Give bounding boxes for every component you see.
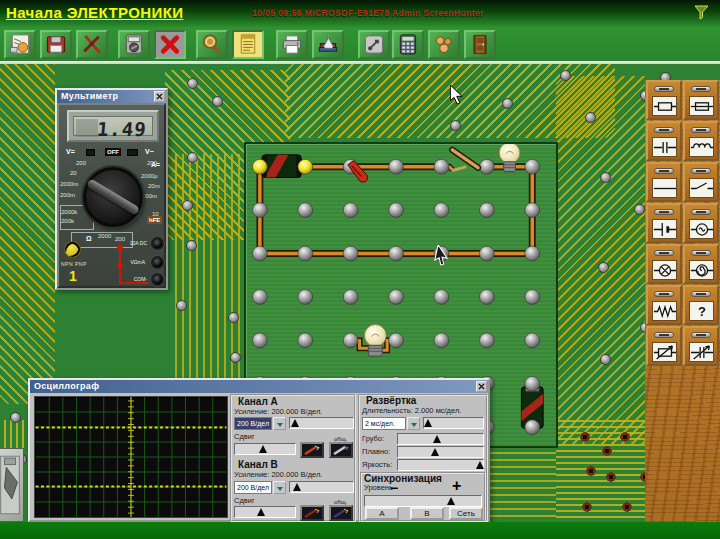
notepad-icon bbox=[236, 33, 260, 56]
contact-dot[interactable] bbox=[298, 246, 313, 261]
contact-dot[interactable] bbox=[252, 203, 267, 218]
coarse-slider[interactable] bbox=[397, 433, 484, 445]
channel-a-range-select[interactable]: 200 В/дел bbox=[234, 417, 272, 430]
contact-dot[interactable] bbox=[252, 246, 267, 261]
contact-dot[interactable] bbox=[479, 333, 494, 348]
jack-com[interactable] bbox=[151, 273, 164, 286]
fine-slider[interactable] bbox=[397, 446, 484, 458]
drawer-resistor[interactable] bbox=[646, 80, 682, 120]
key-button[interactable] bbox=[358, 30, 390, 59]
multimeter-close-button[interactable] bbox=[154, 91, 165, 102]
contact-dot[interactable] bbox=[252, 333, 267, 348]
brightness-slider[interactable] bbox=[397, 459, 484, 471]
sweep-range-slider[interactable] bbox=[423, 417, 484, 429]
exit-button[interactable] bbox=[464, 30, 496, 59]
contact-dot[interactable] bbox=[298, 203, 313, 218]
channel-a-range-dropdown-arrow[interactable] bbox=[273, 417, 286, 430]
jack-vohm[interactable] bbox=[151, 256, 164, 269]
oscilloscope-close-button[interactable] bbox=[476, 381, 487, 392]
contact-dot[interactable] bbox=[343, 203, 358, 218]
delete-button[interactable] bbox=[154, 30, 186, 59]
channel-b-gain-slider[interactable] bbox=[289, 481, 354, 493]
channel-a-gain-slider[interactable] bbox=[289, 417, 354, 429]
contact-dot[interactable] bbox=[525, 376, 540, 391]
drawer-wire[interactable] bbox=[646, 162, 682, 202]
drawer-inductor[interactable] bbox=[683, 121, 719, 161]
sweep-range-dropdown-arrow[interactable] bbox=[407, 417, 420, 430]
notes-button[interactable] bbox=[232, 30, 264, 59]
channel-a-shift-slider[interactable] bbox=[234, 443, 296, 455]
battery-horizontal[interactable] bbox=[262, 155, 301, 178]
zoom-button[interactable] bbox=[196, 30, 228, 59]
app-title: Начала ЭЛЕКТРОНИКИ bbox=[6, 4, 183, 21]
drawer-buzzer[interactable] bbox=[683, 244, 719, 284]
save-button[interactable] bbox=[40, 30, 72, 59]
contact-dot[interactable] bbox=[343, 246, 358, 261]
channel-a-probe-button[interactable] bbox=[300, 442, 324, 458]
contact-dot[interactable] bbox=[389, 203, 404, 218]
sync-level-slider[interactable] bbox=[364, 495, 482, 507]
contact-dot[interactable] bbox=[525, 159, 540, 174]
channel-a-gain-text: Усиление: 200.000 В/дел. bbox=[234, 408, 322, 416]
contact-dot[interactable] bbox=[343, 290, 358, 305]
contact-dot[interactable] bbox=[434, 203, 449, 218]
channel-b-shift-slider[interactable] bbox=[234, 506, 296, 518]
sync-source-a-button[interactable]: А bbox=[365, 507, 399, 520]
transistor-socket[interactable] bbox=[64, 241, 81, 258]
lab-button[interactable] bbox=[312, 30, 344, 59]
funnel-icon[interactable] bbox=[694, 5, 710, 20]
channel-b-range-dropdown-arrow[interactable] bbox=[273, 481, 286, 494]
contact-dot[interactable] bbox=[389, 290, 404, 305]
model-button[interactable] bbox=[428, 30, 460, 59]
drawer-unknown[interactable]: ? bbox=[683, 285, 719, 325]
dial-lever[interactable] bbox=[86, 178, 140, 216]
rotary-dial[interactable] bbox=[83, 167, 143, 227]
drawer-battery-cell[interactable] bbox=[646, 203, 682, 243]
contact-dot[interactable] bbox=[525, 420, 540, 435]
contact-dot[interactable] bbox=[389, 246, 404, 261]
drawer-capacitor[interactable] bbox=[646, 121, 682, 161]
contact-dot[interactable] bbox=[389, 159, 404, 174]
contact-dot[interactable] bbox=[298, 333, 313, 348]
channel-b-common-probe-button[interactable] bbox=[329, 505, 353, 521]
channel-b-probe-button[interactable] bbox=[300, 505, 324, 521]
drawer-resistor-zigzag[interactable] bbox=[646, 285, 682, 325]
new-circuit-button[interactable] bbox=[4, 30, 36, 59]
print-button[interactable] bbox=[276, 30, 308, 59]
contact-dot[interactable] bbox=[479, 159, 494, 174]
contact-dot[interactable] bbox=[525, 290, 540, 305]
oscilloscope-titlebar[interactable]: Осциллограф bbox=[30, 380, 488, 393]
drawer-rheostat[interactable] bbox=[646, 326, 682, 366]
contact-dot[interactable] bbox=[298, 290, 313, 305]
drawer-lamp[interactable] bbox=[646, 244, 682, 284]
contact-dot[interactable] bbox=[298, 159, 313, 174]
sync-source-net-button[interactable]: Сеть bbox=[449, 507, 483, 520]
sync-source-b-button[interactable]: В bbox=[410, 507, 444, 520]
drawer-handle-icon bbox=[691, 250, 711, 256]
calculator-button[interactable] bbox=[392, 30, 424, 59]
drawer-variable-capacitor[interactable] bbox=[683, 326, 719, 366]
contact-dot[interactable] bbox=[479, 246, 494, 261]
contact-dot[interactable] bbox=[479, 290, 494, 305]
contact-dot[interactable] bbox=[252, 159, 267, 174]
channel-b-range-select[interactable]: 200 В/дел bbox=[234, 481, 272, 494]
channel-a-common-probe-button[interactable] bbox=[329, 442, 353, 458]
multimeter-titlebar[interactable]: Мультиметр bbox=[57, 90, 166, 103]
drawer-switch[interactable] bbox=[683, 162, 719, 202]
contact-dot[interactable] bbox=[343, 333, 358, 348]
jack-10a[interactable] bbox=[151, 237, 164, 250]
contact-dot[interactable] bbox=[525, 333, 540, 348]
tools-button[interactable] bbox=[76, 30, 108, 59]
drawer-fuse[interactable] bbox=[683, 80, 719, 120]
contact-dot[interactable] bbox=[479, 203, 494, 218]
instruments-button[interactable] bbox=[118, 30, 150, 59]
drawer-ac-source[interactable] bbox=[683, 203, 719, 243]
sweep-range-select[interactable]: 2 мс/дел. bbox=[362, 417, 406, 430]
contact-dot[interactable] bbox=[525, 203, 540, 218]
contact-dot[interactable] bbox=[252, 290, 267, 305]
contact-dot[interactable] bbox=[434, 290, 449, 305]
contact-dot[interactable] bbox=[525, 246, 540, 261]
contact-dot[interactable] bbox=[434, 159, 449, 174]
contact-dot[interactable] bbox=[389, 333, 404, 348]
contact-dot[interactable] bbox=[434, 333, 449, 348]
